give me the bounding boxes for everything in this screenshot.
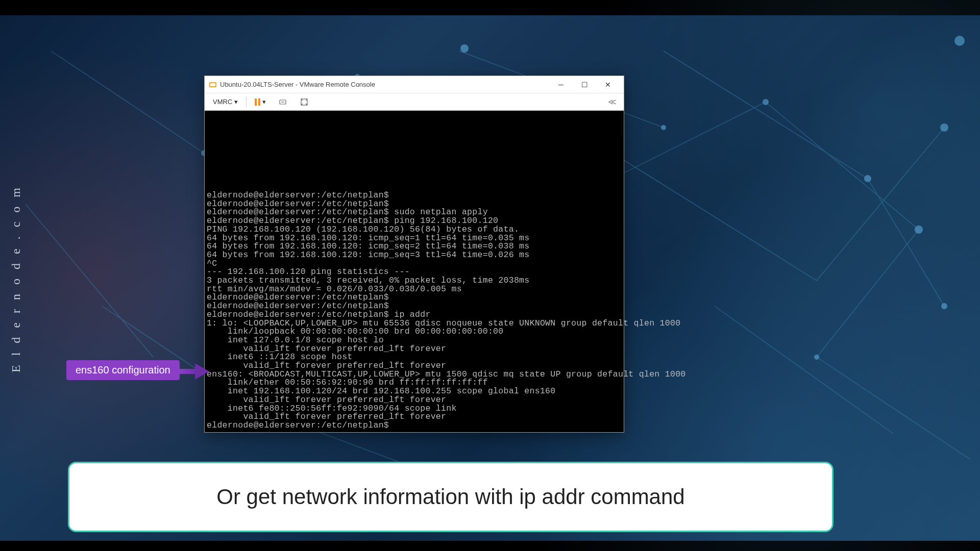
maximize-button[interactable]: ☐ [573, 77, 596, 92]
terminal-line: 64 bytes from 192.168.100.120: icmp_seq=… [207, 250, 530, 260]
window-controls: ─ ☐ ✕ [549, 77, 620, 92]
annotation-arrow: ens160 configuration [66, 360, 210, 380]
send-keys-icon [278, 97, 287, 107]
slide-caption: Or get network information with ip addr … [68, 462, 834, 532]
svg-line-12 [715, 306, 893, 434]
terminal-output[interactable]: eldernode@elderserver:/etc/netplan$ elde… [205, 111, 624, 432]
svg-point-21 [814, 355, 819, 360]
window-title: Ubuntu-20.04LTS-Server - VMware Remote C… [220, 81, 549, 88]
pause-button[interactable]: ▾ [251, 96, 270, 108]
chevron-down-icon: ▾ [262, 98, 266, 106]
close-button[interactable]: ✕ [596, 77, 620, 92]
fullscreen-icon [300, 97, 309, 107]
watermark-text: Eldernode.com [9, 179, 23, 372]
vmrc-label: VMRC [213, 98, 232, 106]
annotation-label: ens160 configuration [66, 360, 180, 380]
svg-point-28 [460, 44, 469, 53]
arrow-icon [180, 365, 210, 375]
vmrc-menu-button[interactable]: VMRC ▾ [209, 96, 242, 108]
pause-icon [255, 98, 260, 106]
svg-point-25 [661, 125, 666, 130]
vmware-toolbar: VMRC ▾ ▾ ≪ [205, 93, 624, 111]
svg-line-6 [817, 357, 970, 459]
svg-line-5 [817, 230, 919, 357]
svg-rect-30 [210, 83, 215, 86]
svg-line-0 [51, 51, 204, 153]
svg-point-23 [864, 175, 871, 182]
svg-point-27 [954, 36, 965, 46]
terminal-line: eldernode@elderserver:/etc/netplan$ [207, 420, 389, 430]
toolbar-separator [246, 97, 247, 107]
collapse-toolbar-button[interactable]: ≪ [608, 97, 620, 107]
svg-line-9 [664, 51, 868, 179]
minimize-button[interactable]: ─ [549, 77, 573, 92]
svg-point-24 [941, 303, 947, 309]
chevron-down-icon: ▾ [234, 98, 238, 106]
svg-point-20 [915, 226, 923, 234]
app-icon [209, 81, 217, 89]
window-title-bar: Ubuntu-20.04LTS-Server - VMware Remote C… [205, 76, 624, 93]
fullscreen-button[interactable] [296, 95, 313, 109]
svg-point-19 [763, 99, 769, 105]
vmware-console-window: Ubuntu-20.04LTS-Server - VMware Remote C… [204, 76, 624, 433]
svg-line-10 [868, 179, 944, 306]
svg-line-13 [612, 153, 817, 281]
svg-point-26 [940, 123, 948, 132]
send-ctrl-alt-del-button[interactable] [274, 95, 291, 109]
svg-line-4 [766, 102, 919, 230]
svg-line-11 [26, 204, 153, 357]
svg-line-14 [817, 128, 944, 281]
